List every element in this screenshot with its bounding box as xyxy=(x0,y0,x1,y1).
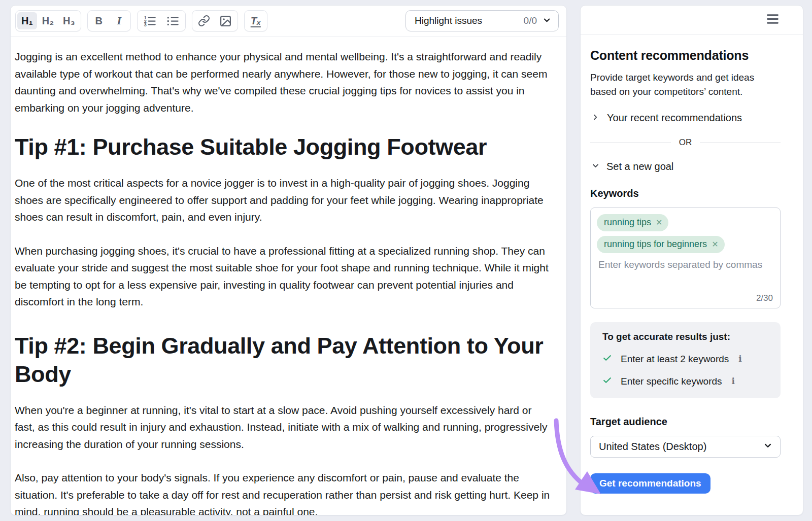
h3-button[interactable]: H₃ xyxy=(59,12,79,29)
highlight-issues-count: 0/0 xyxy=(524,15,537,26)
h1-button[interactable]: H₁ xyxy=(17,12,37,29)
remove-keyword-icon[interactable]: ✕ xyxy=(656,219,662,227)
paragraph: When you're a beginner at running, it's … xyxy=(15,402,552,453)
or-label: OR xyxy=(679,137,692,148)
text-style-button-group: B I xyxy=(87,10,131,31)
content-recommendations-panel: Content recommendations Provide target k… xyxy=(580,5,803,515)
heading-button-group: H₁ H₂ H₃ xyxy=(15,10,81,31)
keyword-tag: running tips for beginners ✕ xyxy=(597,236,725,253)
editor-content-area[interactable]: Jogging is an excellent method to enhanc… xyxy=(11,37,566,515)
paragraph: When purchasing jogging shoes, it's cruc… xyxy=(15,242,552,310)
keywords-heading: Keywords xyxy=(590,188,781,199)
image-button[interactable] xyxy=(215,12,236,29)
divider-line xyxy=(700,143,781,143)
chevron-right-icon xyxy=(591,112,599,124)
ordered-list-button[interactable]: 1 2 3 xyxy=(139,12,161,29)
paragraph: One of the most critical aspects for a n… xyxy=(15,175,552,226)
tip-text: Enter at least 2 keywords xyxy=(621,354,729,365)
paragraph: Also, pay attention to your body's signa… xyxy=(15,469,552,515)
keywords-counter: 2/30 xyxy=(756,293,773,303)
link-icon xyxy=(198,15,210,27)
tip-text: Enter specific keywords xyxy=(621,376,722,387)
info-icon[interactable]: ℹ xyxy=(738,354,741,364)
heading-tip-1: Tip #1: Purchase Suitable Jogging Footwe… xyxy=(15,133,552,161)
h2-button[interactable]: H₂ xyxy=(38,12,58,29)
panel-header xyxy=(581,6,803,35)
set-new-goal-toggle[interactable]: Set a new goal xyxy=(591,161,781,172)
link-button[interactable] xyxy=(194,12,214,29)
recent-recommendations-label: Your recent recommendations xyxy=(607,112,742,124)
italic-button[interactable]: I xyxy=(110,12,129,29)
target-audience-heading: Target audience xyxy=(590,416,781,428)
recent-recommendations-toggle[interactable]: Your recent recommendations xyxy=(591,112,781,124)
panel-description: Provide target keywords and get ideas ba… xyxy=(590,71,781,99)
clear-formatting-button[interactable]: Tₓ xyxy=(246,12,265,29)
clear-format-button-group: Tₓ xyxy=(244,10,267,31)
checkmark-icon xyxy=(602,353,612,365)
insert-button-group xyxy=(192,10,238,31)
chevron-down-icon xyxy=(591,161,600,172)
remove-keyword-icon[interactable]: ✕ xyxy=(712,240,718,249)
tip-row: Enter at least 2 keywords ℹ xyxy=(602,353,772,365)
panel-title: Content recommendations xyxy=(590,48,781,63)
image-icon xyxy=(219,15,232,27)
or-divider: OR xyxy=(590,137,781,148)
ordered-list-icon: 1 2 3 xyxy=(143,14,157,28)
keyword-tag: running tips ✕ xyxy=(597,214,668,231)
chevron-down-icon xyxy=(542,15,552,27)
list-button-group: 1 2 3 xyxy=(137,10,186,31)
highlight-issues-dropdown[interactable]: Highlight issues 0/0 xyxy=(405,10,559,31)
keywords-input[interactable]: running tips ✕ running tips for beginner… xyxy=(590,207,781,308)
bullet-list-button[interactable] xyxy=(162,12,184,29)
set-new-goal-label: Set a new goal xyxy=(606,161,673,172)
keyword-tag-label: running tips xyxy=(604,217,651,228)
accuracy-tips-box: To get accurate results just: Enter at l… xyxy=(590,322,781,398)
heading-tip-2: Tip #2: Begin Gradually and Pay Attentio… xyxy=(15,332,552,389)
hamburger-menu-icon[interactable] xyxy=(766,14,780,26)
tip-row: Enter specific keywords ℹ xyxy=(602,375,772,387)
chevron-down-icon xyxy=(763,440,773,453)
editor-toolbar: H₁ H₂ H₃ B I 1 2 3 xyxy=(11,6,566,37)
editor-panel: H₁ H₂ H₃ B I 1 2 3 xyxy=(10,5,567,515)
svg-text:3: 3 xyxy=(144,22,146,27)
checkmark-icon xyxy=(602,375,612,387)
accuracy-tips-heading: To get accurate results just: xyxy=(602,331,772,342)
get-recommendations-button[interactable]: Get recommendations xyxy=(590,473,710,494)
bullet-list-icon xyxy=(166,14,180,28)
paragraph: Jogging is an excellent method to enhanc… xyxy=(15,48,552,116)
keyword-tag-label: running tips for beginners xyxy=(604,239,707,250)
target-audience-select[interactable]: United States (Desktop) xyxy=(590,436,781,458)
target-audience-value: United States (Desktop) xyxy=(599,441,706,453)
divider-line xyxy=(590,143,671,143)
keywords-placeholder: Enter keywords separated by commas xyxy=(597,259,774,270)
highlight-issues-label: Highlight issues xyxy=(415,15,519,26)
bold-button[interactable]: B xyxy=(89,12,109,29)
info-icon[interactable]: ℹ xyxy=(732,376,735,387)
